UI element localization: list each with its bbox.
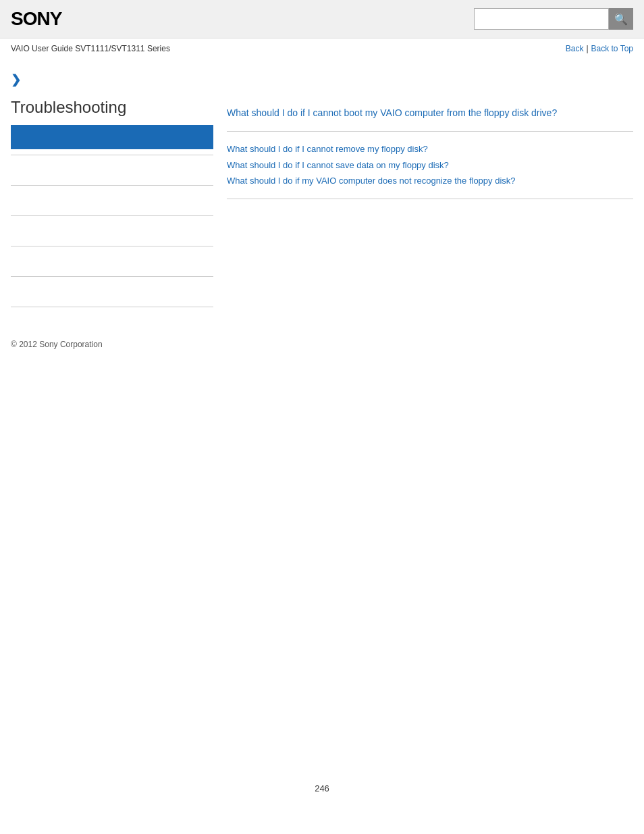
sony-logo: SONY bbox=[11, 8, 61, 30]
back-to-top-link[interactable]: Back to Top bbox=[591, 44, 633, 53]
sidebar-item-5[interactable] bbox=[11, 282, 213, 301]
search-area: 🔍 bbox=[474, 8, 633, 30]
nav-separator: | bbox=[586, 44, 588, 53]
sidebar-divider-1 bbox=[11, 155, 213, 155]
content-divider-top bbox=[227, 131, 633, 132]
sidebar-item-2[interactable] bbox=[11, 191, 213, 210]
guide-title: VAIO User Guide SVT1111/SVT1311 Series bbox=[11, 44, 170, 53]
chevron-icon: ❯ bbox=[11, 72, 213, 87]
search-input[interactable] bbox=[474, 8, 609, 30]
sidebar: ❯ Troubleshooting bbox=[11, 72, 213, 313]
footer: © 2012 Sony Corporation bbox=[0, 326, 644, 363]
main-content-link[interactable]: What should I do if I cannot boot my VAI… bbox=[227, 106, 633, 120]
search-button[interactable]: 🔍 bbox=[609, 8, 633, 30]
sidebar-active-item[interactable] bbox=[11, 125, 213, 149]
sidebar-item-3[interactable] bbox=[11, 221, 213, 240]
nav-bar: VAIO User Guide SVT1111/SVT1311 Series B… bbox=[0, 38, 644, 59]
content-divider-bottom bbox=[227, 199, 633, 199]
copyright-text: © 2012 Sony Corporation bbox=[11, 340, 103, 349]
content-area: What should I do if I cannot boot my VAI… bbox=[227, 72, 633, 313]
sidebar-divider-5 bbox=[11, 276, 213, 277]
sidebar-divider-4 bbox=[11, 246, 213, 246]
sidebar-divider-3 bbox=[11, 215, 213, 216]
sub-link-3[interactable]: What should I do if my VAIO computer doe… bbox=[227, 174, 633, 188]
sidebar-divider-2 bbox=[11, 185, 213, 186]
header: SONY 🔍 bbox=[0, 0, 644, 38]
sub-link-2[interactable]: What should I do if I cannot save data o… bbox=[227, 159, 633, 172]
sidebar-item-1[interactable] bbox=[11, 161, 213, 180]
back-link[interactable]: Back bbox=[566, 44, 584, 53]
sidebar-divider-6 bbox=[11, 307, 213, 307]
sidebar-item-4[interactable] bbox=[11, 252, 213, 271]
main-content: ❯ Troubleshooting What should I do if I … bbox=[0, 59, 644, 326]
sub-link-1[interactable]: What should I do if I cannot remove my f… bbox=[227, 142, 633, 156]
search-icon: 🔍 bbox=[614, 13, 628, 26]
sidebar-title: Troubleshooting bbox=[11, 98, 213, 117]
page-number: 246 bbox=[301, 770, 343, 807]
sub-links: What should I do if I cannot remove my f… bbox=[227, 142, 633, 188]
nav-links: Back | Back to Top bbox=[566, 44, 633, 53]
